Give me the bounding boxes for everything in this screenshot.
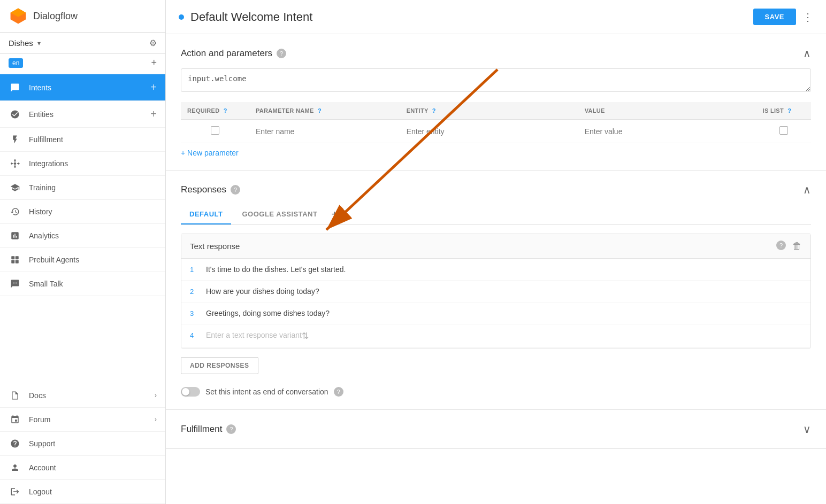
sidebar-item-history[interactable]: History xyxy=(0,200,165,224)
response-placeholder-4[interactable]: Enter a text response variant xyxy=(206,331,302,339)
page-title: Default Welcome Intent xyxy=(190,10,312,24)
response-row-1: 1 It's time to do the dishes. Let's get … xyxy=(181,259,810,281)
responses-collapse-icon[interactable]: ∧ xyxy=(803,183,811,196)
new-parameter-link[interactable]: + New parameter xyxy=(181,149,811,157)
account-icon xyxy=(9,463,21,472)
required-help-icon[interactable]: ? xyxy=(224,107,227,114)
project-settings-icon[interactable]: ⚙ xyxy=(149,38,157,48)
value-header: VALUE xyxy=(578,102,756,120)
svg-rect-6 xyxy=(16,260,19,263)
param-name-input[interactable] xyxy=(256,127,394,136)
param-value-input[interactable] xyxy=(585,127,750,136)
end-conversation-toggle[interactable] xyxy=(181,387,200,397)
sidebar-item-fulfillment[interactable]: Fulfillment xyxy=(0,128,165,152)
required-checkbox[interactable] xyxy=(211,126,219,135)
is-list-help-icon[interactable]: ? xyxy=(787,107,791,114)
analytics-icon xyxy=(9,231,21,241)
logout-label: Logout xyxy=(29,487,157,496)
action-parameters-section: Action and parameters ? ∧ input.welcome … xyxy=(166,34,826,170)
responses-tabs: DEFAULT GOOGLE ASSISTANT + xyxy=(181,205,811,225)
analytics-label: Analytics xyxy=(29,231,157,240)
entity-help-icon[interactable]: ? xyxy=(432,107,436,114)
main-content-area: Default Welcome Intent SAVE ⋮ Action and… xyxy=(166,0,826,504)
response-text-1[interactable]: It's time to do the dishes. Let's get st… xyxy=(206,265,802,274)
project-name: Dishes xyxy=(9,38,33,48)
scrollable-content: Action and parameters ? ∧ input.welcome … xyxy=(166,34,826,504)
responses-section-title: Responses xyxy=(181,184,226,195)
add-entity-icon[interactable]: + xyxy=(150,108,157,120)
intent-status-dot xyxy=(179,14,184,20)
sidebar-item-logout[interactable]: Logout xyxy=(0,480,165,504)
add-language-icon[interactable]: + xyxy=(151,57,157,68)
svg-point-2 xyxy=(14,162,17,165)
is-list-header: IS LIST ? xyxy=(756,102,811,120)
parameters-table: REQUIRED ? PARAMETER NAME ? ENTITY ? V xyxy=(181,102,811,143)
add-intent-icon[interactable]: + xyxy=(150,81,157,94)
tab-google-assistant[interactable]: GOOGLE ASSISTANT xyxy=(233,205,326,224)
response-text-3[interactable]: Greetings, doing some dishes today? xyxy=(206,309,802,317)
fulfillment-section: Fulfillment ? ∨ xyxy=(166,410,826,449)
add-tab-icon[interactable]: + xyxy=(328,205,341,224)
responses-section: Responses ? ∧ DEFAULT GOOGLE ASSISTANT +… xyxy=(166,170,826,410)
prebuilt-agents-label: Prebuilt Agents xyxy=(29,255,157,264)
end-conversation-help-icon[interactable]: ? xyxy=(334,387,343,397)
action-section-title: Action and parameters xyxy=(181,48,272,59)
delete-response-icon[interactable]: 🗑 xyxy=(792,241,802,252)
integrations-icon xyxy=(9,159,21,168)
action-input[interactable]: input.welcome xyxy=(181,68,811,92)
history-icon xyxy=(9,207,21,216)
responses-help-icon[interactable]: ? xyxy=(231,185,240,195)
language-row: en + xyxy=(0,54,165,74)
response-row-3: 3 Greetings, doing some dishes today? xyxy=(181,303,810,324)
response-num-1: 1 xyxy=(190,265,201,274)
response-stepper[interactable]: ⇅ xyxy=(302,331,309,341)
svg-rect-3 xyxy=(11,256,14,259)
training-label: Training xyxy=(29,183,157,192)
history-label: History xyxy=(29,207,157,216)
response-num-3: 3 xyxy=(190,309,201,317)
response-row-4: 4 Enter a text response variant ⇅ xyxy=(181,324,810,348)
sidebar-item-small-talk[interactable]: Small Talk xyxy=(0,272,165,296)
forum-icon xyxy=(9,415,21,424)
end-conversation-label: Set this intent as end of conversation xyxy=(205,387,328,396)
action-help-icon[interactable]: ? xyxy=(277,49,286,58)
response-num-4: 4 xyxy=(190,331,201,339)
sidebar-item-forum[interactable]: Forum › xyxy=(0,408,165,432)
forum-label: Forum xyxy=(29,415,155,424)
sidebar-item-training[interactable]: Training xyxy=(0,176,165,200)
forum-chevron-icon: › xyxy=(155,416,157,423)
sidebar-item-integrations[interactable]: Integrations xyxy=(0,152,165,176)
project-dropdown-icon[interactable]: ▾ xyxy=(37,40,41,47)
language-badge[interactable]: en xyxy=(9,58,23,68)
action-collapse-icon[interactable]: ∧ xyxy=(803,47,811,60)
fulfillment-expand-icon[interactable]: ∨ xyxy=(803,423,811,436)
small-talk-icon xyxy=(9,279,21,289)
svg-rect-5 xyxy=(11,260,14,263)
param-name-help-icon[interactable]: ? xyxy=(318,107,322,114)
more-options-icon[interactable]: ⋮ xyxy=(802,11,813,24)
param-entity-input[interactable] xyxy=(407,127,572,136)
save-button[interactable]: SAVE xyxy=(753,9,796,25)
project-section: Dishes ▾ ⚙ xyxy=(0,33,165,54)
tab-default[interactable]: DEFAULT xyxy=(181,205,231,224)
sidebar-item-support[interactable]: Support xyxy=(0,432,165,456)
logout-icon xyxy=(9,487,21,497)
sidebar-item-docs[interactable]: Docs › xyxy=(0,384,165,408)
app-name: Dialogflow xyxy=(33,11,78,22)
end-conversation-toggle-row: Set this intent as end of conversation ? xyxy=(181,387,811,397)
fulfillment-label: Fulfillment xyxy=(29,135,157,144)
add-responses-button[interactable]: ADD RESPONSES xyxy=(181,357,258,374)
intents-label: Intents xyxy=(29,83,150,92)
sidebar-item-analytics[interactable]: Analytics xyxy=(0,224,165,248)
response-text-2[interactable]: How are your dishes doing today? xyxy=(206,287,802,296)
is-list-checkbox[interactable] xyxy=(779,126,788,135)
sidebar-item-prebuilt-agents[interactable]: Prebuilt Agents xyxy=(0,248,165,272)
sidebar-item-intents[interactable]: Intents + xyxy=(0,74,165,101)
dialogflow-logo xyxy=(9,6,28,26)
sidebar-item-entities[interactable]: Entities + xyxy=(0,101,165,128)
response-row-2: 2 How are your dishes doing today? xyxy=(181,281,810,303)
text-response-help-icon[interactable]: ? xyxy=(776,241,786,250)
main-header: Default Welcome Intent SAVE ⋮ xyxy=(166,0,826,34)
fulfillment-help-icon[interactable]: ? xyxy=(226,424,236,434)
sidebar-item-account[interactable]: Account xyxy=(0,456,165,480)
